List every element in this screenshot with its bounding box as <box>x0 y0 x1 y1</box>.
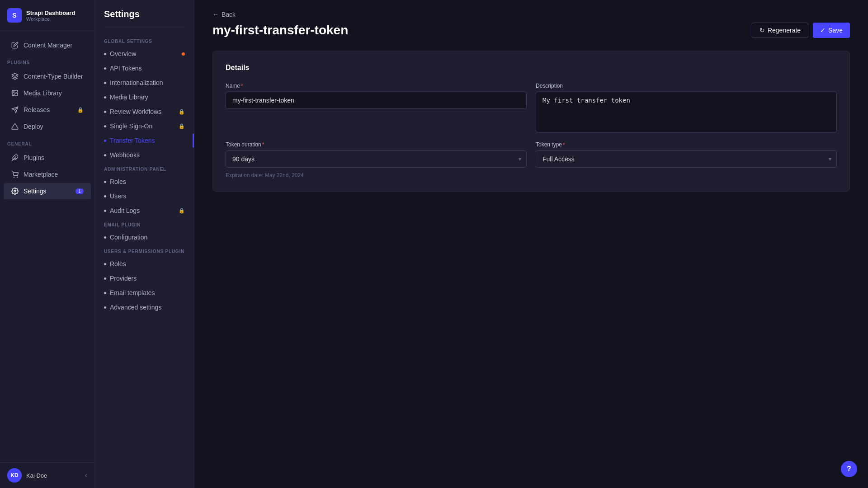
sidebar-item-content-type-builder[interactable]: Content-Type Builder <box>4 68 91 84</box>
image-icon <box>11 89 19 97</box>
settings-item-label: Advanced settings <box>110 304 161 311</box>
lock-icon: 🔒 <box>77 107 84 113</box>
help-icon: ? <box>847 465 851 473</box>
lock-icon: 🔒 <box>179 208 185 214</box>
save-button[interactable]: ✓ Save <box>813 23 850 38</box>
settings-item-advanced-settings[interactable]: Advanced settings <box>95 300 194 314</box>
settings-item-up-roles[interactable]: Roles <box>95 257 194 271</box>
dot-icon <box>104 96 106 99</box>
help-button[interactable]: ? <box>841 461 857 477</box>
svg-marker-0 <box>12 73 18 76</box>
settings-item-label: Email templates <box>110 289 155 296</box>
token-duration-field-group: Token duration * 7 days 30 days 90 days … <box>226 141 527 178</box>
dot-icon <box>104 236 106 239</box>
cart-icon <box>11 170 19 178</box>
sidebar-item-media-library[interactable]: Media Library <box>4 85 91 101</box>
edit-icon <box>11 41 19 49</box>
name-required-marker: * <box>241 83 243 89</box>
sidebar-item-settings[interactable]: Settings 1 <box>4 183 91 199</box>
sidebar-item-content-manager[interactable]: Content Manager <box>4 37 91 53</box>
type-required-marker: * <box>563 141 565 148</box>
settings-item-label: Users <box>110 192 127 200</box>
settings-item-internationalization[interactable]: Internationalization <box>95 75 194 90</box>
settings-item-webhooks[interactable]: Webhooks <box>95 148 194 162</box>
dot-icon <box>104 263 106 265</box>
app-logo: S <box>7 8 22 23</box>
expiration-text: Expiration date: May 22nd, 2024 <box>226 172 527 178</box>
general-section-label: GENERAL <box>0 135 94 149</box>
token-type-select-wrapper: Full Access Push Pull ▾ <box>536 150 837 168</box>
brand-name: Strapi Dashboard <box>26 9 75 16</box>
sidebar-item-releases[interactable]: Releases 🔒 <box>4 102 91 118</box>
regenerate-label: Regenerate <box>768 27 801 34</box>
collapse-icon[interactable]: ‹ <box>85 471 87 479</box>
svg-point-2 <box>14 92 14 93</box>
dot-icon <box>104 125 106 127</box>
back-link[interactable]: ← Back <box>212 11 850 18</box>
brand-text: Strapi Dashboard Workplace <box>26 9 75 22</box>
settings-item-label: Providers <box>110 275 137 282</box>
dot-icon <box>104 181 106 183</box>
settings-item-transfer-tokens[interactable]: Transfer Tokens <box>95 133 194 148</box>
dot-icon <box>104 292 106 294</box>
back-label: Back <box>222 11 236 18</box>
settings-panel-title: Settings <box>95 9 194 27</box>
dot-icon <box>104 306 106 309</box>
sidebar-item-marketplace[interactable]: Marketplace <box>4 166 91 183</box>
users-permissions-label: USERS & PERMISSIONS PLUGIN <box>95 244 194 257</box>
check-icon: ✓ <box>820 27 826 34</box>
token-type-field-group: Token type * Full Access Push Pull ▾ <box>536 141 837 178</box>
description-field-group: Description My first transfer token <box>536 83 837 132</box>
card-title: Details <box>226 64 837 72</box>
settings-item-configuration[interactable]: Configuration <box>95 230 194 244</box>
settings-item-review-workflows[interactable]: Review Workflows 🔒 <box>95 104 194 119</box>
regenerate-icon: ↻ <box>760 27 765 34</box>
admin-panel-label: ADMINISTRATION PANEL <box>95 162 194 174</box>
description-textarea[interactable]: My first transfer token <box>536 92 837 132</box>
token-type-select[interactable]: Full Access Push Pull <box>536 150 837 168</box>
settings-item-email-templates[interactable]: Email templates <box>95 286 194 300</box>
sidebar-item-deploy[interactable]: Deploy <box>4 118 91 135</box>
settings-item-label: Webhooks <box>110 151 140 159</box>
settings-item-label: Single Sign-On <box>110 122 152 130</box>
plugins-section-label: PLUGINS <box>0 54 94 68</box>
rocket-icon <box>11 122 19 131</box>
settings-item-overview[interactable]: Overview <box>95 47 194 61</box>
settings-item-users[interactable]: Users <box>95 189 194 203</box>
token-duration-label: Token duration * <box>226 141 527 148</box>
save-label: Save <box>828 27 843 34</box>
gear-icon <box>11 187 19 195</box>
sidebar-item-plugins[interactable]: Plugins <box>4 150 91 166</box>
description-label: Description <box>536 83 837 89</box>
svg-point-7 <box>14 177 14 177</box>
dot-icon <box>104 111 106 113</box>
page-title: my-first-transfer-token <box>212 23 348 38</box>
settings-badge: 1 <box>75 188 84 194</box>
sidebar-item-label: Deploy <box>24 123 43 130</box>
avatar: KD <box>7 468 22 483</box>
token-type-label: Token type * <box>536 141 837 148</box>
token-duration-select[interactable]: 7 days 30 days 90 days Unlimited <box>226 150 527 168</box>
name-input[interactable] <box>226 92 527 109</box>
settings-item-single-sign-on[interactable]: Single Sign-On 🔒 <box>95 119 194 133</box>
sidebar-item-label: Settings <box>24 188 47 195</box>
sidebar: S Strapi Dashboard Workplace Content Man… <box>0 0 95 488</box>
duration-required-marker: * <box>262 141 264 148</box>
form-grid: Name * Description My first transfer tok… <box>226 83 837 178</box>
dot-icon <box>104 195 106 197</box>
settings-item-api-tokens[interactable]: API Tokens <box>95 61 194 75</box>
settings-item-label: API Tokens <box>110 65 142 72</box>
regenerate-button[interactable]: ↻ Regenerate <box>752 23 808 38</box>
settings-item-label: Roles <box>110 178 126 185</box>
settings-item-media-library[interactable]: Media Library <box>95 90 194 104</box>
lock-icon: 🔒 <box>179 109 185 115</box>
settings-item-label: Review Workflows <box>110 108 161 115</box>
lock-icon: 🔒 <box>179 123 185 129</box>
settings-item-label: Overview <box>110 50 136 57</box>
orange-dot <box>182 52 185 56</box>
settings-item-audit-logs[interactable]: Audit Logs 🔒 <box>95 203 194 218</box>
svg-point-8 <box>17 177 18 177</box>
sidebar-item-label: Content-Type Builder <box>24 73 83 80</box>
settings-item-providers[interactable]: Providers <box>95 271 194 286</box>
settings-item-roles[interactable]: Roles <box>95 174 194 189</box>
